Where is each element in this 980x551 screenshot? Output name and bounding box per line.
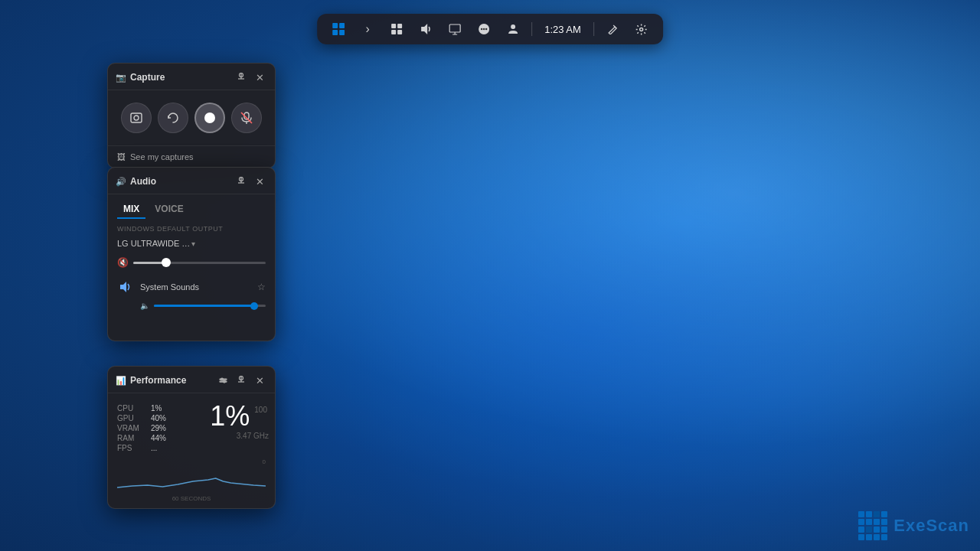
performance-pin-button[interactable] (234, 373, 249, 388)
audio-section-label: WINDOWS DEFAULT OUTPUT (108, 219, 275, 236)
system-sounds-vol-icon: 🔈 (140, 302, 149, 310)
audio-panel-title: 🔊 Audio (116, 176, 156, 187)
system-sounds-volume-row: 🔈 (108, 300, 275, 318)
system-sounds-volume-slider[interactable] (154, 305, 266, 307)
svg-rect-3 (339, 30, 345, 35)
performance-close-button[interactable]: ✕ (252, 373, 267, 388)
svg-rect-22 (131, 113, 142, 122)
performance-title-icon: 📊 (116, 376, 126, 386)
svg-rect-5 (397, 24, 402, 28)
audio-panel: 🔊 Audio ✕ MIX VOICE WINDOWS DEFAULT OUTP… (107, 167, 276, 341)
system-sounds-favorite-icon[interactable]: ☆ (257, 282, 266, 292)
gpu-stat: GPU 40% (117, 414, 166, 422)
taskbar-time: 1:23 AM (540, 24, 586, 35)
capture-panel-header: 📷 Capture ✕ (108, 64, 275, 90)
pen-taskbar-icon[interactable] (602, 18, 623, 40)
monitor-taskbar-icon[interactable] (444, 18, 466, 40)
fps-stat: FPS ... (117, 444, 166, 452)
chat-taskbar-icon[interactable] (473, 18, 495, 40)
svg-marker-8 (421, 24, 427, 34)
watermark-text: ExeScan (893, 516, 969, 536)
mute-icon[interactable]: 🔇 (117, 257, 129, 268)
system-sounds-volume-fill (154, 305, 254, 307)
capture-title-icon: 📷 (116, 73, 126, 83)
svg-point-14 (483, 28, 485, 30)
chevron-down-icon: ▾ (191, 240, 266, 248)
capture-panel: 📷 Capture ✕ (107, 63, 276, 168)
audio-panel-header: 🔊 Audio ✕ (108, 168, 275, 194)
tab-mix[interactable]: MIX (117, 201, 145, 219)
svg-rect-4 (391, 24, 396, 28)
audio-pin-button[interactable] (234, 174, 249, 189)
audio-device-selector[interactable]: LG ULTRAWIDE (NVIDIA High Definition... … (108, 236, 275, 254)
audio-master-volume: 🔇 (108, 254, 275, 274)
audio-tabs: MIX VOICE (108, 194, 275, 219)
settings-taskbar-icon[interactable] (631, 18, 652, 40)
watermark-grid-icon (858, 511, 887, 540)
see-captures-link[interactable]: 🖼 See my captures (108, 145, 275, 168)
performance-settings-button[interactable] (215, 373, 230, 388)
svg-point-15 (485, 28, 487, 30)
svg-rect-9 (449, 24, 460, 32)
taskbar-divider (531, 22, 532, 36)
mic-button[interactable] (231, 103, 262, 133)
svg-point-23 (134, 116, 139, 120)
performance-panel-title: 📊 Performance (116, 375, 186, 386)
svg-point-18 (640, 28, 643, 31)
record-button[interactable] (194, 103, 225, 133)
performance-body: CPU 1% GPU 40% VRAM 29% RAM 44% FPS ... (108, 393, 275, 455)
audio-title-icon: 🔊 (116, 177, 126, 187)
performance-panel-header: 📊 Performance ✕ (108, 367, 275, 393)
audio-close-button[interactable]: ✕ (252, 174, 267, 189)
volume-taskbar-icon[interactable] (415, 18, 436, 40)
system-sounds-icon (117, 279, 134, 295)
ram-stat: RAM 44% (117, 434, 166, 442)
performance-big-display: 1% 100 (175, 403, 269, 430)
record-dot (204, 112, 215, 123)
svg-point-13 (481, 28, 482, 30)
svg-point-16 (511, 24, 515, 29)
apps-taskbar-icon[interactable] (386, 18, 407, 40)
performance-panel: 📊 Performance ✕ (107, 366, 276, 509)
see-captures-icon: 🖼 (117, 152, 126, 161)
start-icon[interactable] (328, 18, 349, 40)
watermark: ExeScan (858, 511, 969, 540)
capture-close-button[interactable]: ✕ (252, 70, 267, 85)
performance-chart: 0 (108, 455, 275, 494)
performance-panel-controls: ✕ (215, 373, 267, 388)
svg-rect-2 (332, 30, 338, 35)
svg-rect-6 (391, 30, 396, 34)
svg-rect-1 (339, 23, 345, 28)
screenshot-button[interactable] (121, 103, 152, 133)
performance-graph (117, 458, 266, 492)
capture-panel-controls: ✕ (234, 70, 267, 85)
taskbar-divider2 (593, 22, 594, 36)
capture-buttons-row (108, 90, 275, 145)
vram-stat: VRAM 29% (117, 424, 166, 432)
svg-point-33 (220, 378, 223, 380)
performance-stats-column: CPU 1% GPU 40% VRAM 29% RAM 44% FPS ... (108, 396, 175, 455)
master-volume-slider[interactable] (133, 262, 266, 264)
performance-chart-label: 60 SECONDS (108, 494, 275, 508)
svg-marker-30 (120, 282, 126, 292)
system-sounds-volume-thumb[interactable] (250, 302, 258, 310)
svg-point-34 (223, 380, 225, 383)
system-sounds-label: System Sounds (140, 282, 251, 292)
taskbar: › 1:23 AM (317, 14, 663, 44)
master-volume-thumb[interactable] (162, 258, 171, 267)
capture-panel-title: 📷 Capture (116, 72, 165, 83)
chevron-icon[interactable]: › (357, 18, 378, 40)
capture-pin-button[interactable] (234, 70, 249, 85)
tab-voice[interactable]: VOICE (149, 201, 189, 219)
performance-subtitle: 3.47 GHz (175, 430, 269, 440)
cpu-stat: CPU 1% (117, 404, 166, 412)
system-sounds-item: System Sounds ☆ (108, 274, 275, 300)
svg-rect-0 (332, 23, 338, 28)
replay-button[interactable] (158, 103, 188, 133)
audio-panel-controls: ✕ (234, 174, 267, 189)
people-taskbar-icon[interactable] (502, 18, 524, 40)
svg-rect-7 (397, 30, 402, 34)
audio-panel-spacer (108, 318, 275, 341)
